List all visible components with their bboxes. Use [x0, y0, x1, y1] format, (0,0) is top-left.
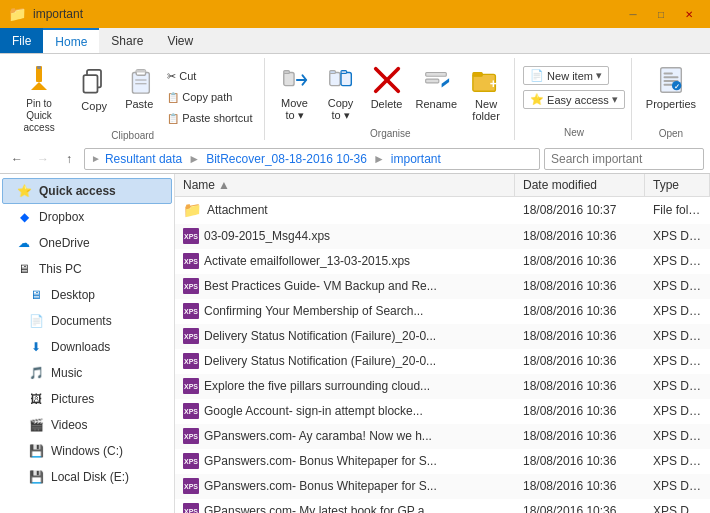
tab-home[interactable]: Home	[43, 28, 99, 53]
table-row[interactable]: 📁 Attachment 18/08/2016 10:37 File folde…	[175, 197, 710, 224]
sidebar-item-windows-c[interactable]: 💾 Windows (C:)	[2, 438, 172, 464]
copy-to-button[interactable]: Copyto ▾	[319, 60, 363, 126]
back-button[interactable]: ←	[6, 148, 28, 170]
cut-col: ✂ Cut 📋 Copy path 📋 Paste shortcut	[162, 60, 257, 128]
close-button[interactable]: ✕	[676, 5, 702, 23]
table-row[interactable]: XPS 03-09-2015_Msg44.xps 18/08/2016 10:3…	[175, 224, 710, 249]
ribbon-group-clipboard: Pin to Quickaccess Copy	[2, 58, 265, 140]
col-header-type[interactable]: Type	[645, 174, 710, 196]
new-item-label: New item	[547, 70, 593, 82]
file-name-cell: XPS Google Account- sign-in attempt bloc…	[175, 401, 515, 421]
sidebar-label-onedrive: OneDrive	[39, 236, 90, 250]
title-text: important	[33, 7, 83, 21]
move-icon	[279, 64, 311, 95]
address-path[interactable]: ► Resultant data ► BitRecover_08-18-2016…	[84, 148, 540, 170]
table-row[interactable]: XPS Activate emailfollower_13-03-2015.xp…	[175, 249, 710, 274]
ribbon-group-open: ✓ Properties Open	[634, 58, 708, 140]
sidebar-item-documents[interactable]: 📄 Documents	[2, 308, 172, 334]
new-item-button[interactable]: 📄 New item ▾	[523, 66, 609, 85]
path-segment-3[interactable]: important	[391, 152, 441, 166]
col-header-name[interactable]: Name ▲	[175, 174, 515, 196]
table-row[interactable]: XPS Delivery Status Notification (Failur…	[175, 349, 710, 374]
file-type-cell: XPS Document	[645, 277, 710, 295]
table-row[interactable]: XPS GPanswers.com- Bonus Whitepaper for …	[175, 449, 710, 474]
open-label: Open	[659, 126, 683, 139]
new-folder-button[interactable]: + Newfolder	[464, 60, 508, 126]
file-name: GPanswers.com- Bonus Whitepaper for S...	[204, 479, 437, 493]
table-row[interactable]: XPS Explore the five pillars surrounding…	[175, 374, 710, 399]
col-header-date[interactable]: Date modified	[515, 174, 645, 196]
window-controls: ─ □ ✕	[620, 5, 702, 23]
file-date-cell: 18/08/2016 10:36	[515, 477, 645, 495]
sidebar-item-this-pc[interactable]: 🖥 This PC	[2, 256, 172, 282]
pin-quick-access-button[interactable]: Pin to Quickaccess	[8, 60, 70, 126]
sidebar-label-desktop: Desktop	[51, 288, 95, 302]
file-date-cell: 18/08/2016 10:36	[515, 227, 645, 245]
copy-path-button[interactable]: 📋 Copy path	[162, 87, 257, 107]
table-row[interactable]: XPS Confirming Your Membership of Search…	[175, 299, 710, 324]
path-segment-2[interactable]: BitRecover_08-18-2016 10-36	[206, 152, 367, 166]
sidebar-item-desktop[interactable]: 🖥 Desktop	[2, 282, 172, 308]
svg-rect-10	[283, 72, 293, 85]
file-name: GPanswers.com- Ay caramba! Now we h...	[204, 429, 432, 443]
table-row[interactable]: XPS Google Account- sign-in attempt bloc…	[175, 399, 710, 424]
col-type-label: Type	[653, 178, 679, 192]
file-name-cell: 📁 Attachment	[175, 199, 515, 221]
copy-to-icon	[325, 64, 357, 95]
xps-icon: XPS	[183, 428, 199, 444]
new-folder-icon: +	[470, 64, 502, 96]
svg-rect-15	[341, 70, 347, 73]
sidebar-label-downloads: Downloads	[51, 340, 110, 354]
delete-button[interactable]: Delete	[365, 60, 409, 126]
sidebar-label-music: Music	[51, 366, 82, 380]
dropbox-icon: ◆	[15, 208, 33, 226]
forward-button[interactable]: →	[32, 148, 54, 170]
tab-file[interactable]: File	[0, 28, 43, 53]
table-row[interactable]: XPS GPanswers.com- Ay caramba! Now we h.…	[175, 424, 710, 449]
path-chevron-icon: ►	[91, 153, 101, 164]
up-button[interactable]: ↑	[58, 148, 80, 170]
cut-button[interactable]: ✂ Cut	[162, 66, 257, 86]
table-row[interactable]: XPS GPanswers.com- Bonus Whitepaper for …	[175, 474, 710, 499]
table-row[interactable]: XPS Delivery Status Notification (Failur…	[175, 324, 710, 349]
tab-view[interactable]: View	[155, 28, 205, 53]
move-to-button[interactable]: Moveto ▾	[273, 60, 317, 126]
sidebar-label-dropbox: Dropbox	[39, 210, 84, 224]
sidebar-item-downloads[interactable]: ⬇ Downloads	[2, 334, 172, 360]
sidebar-item-onedrive[interactable]: ☁ OneDrive	[2, 230, 172, 256]
file-type-cell: XPS Document	[645, 402, 710, 420]
table-row[interactable]: XPS Best Practices Guide- VM Backup and …	[175, 274, 710, 299]
paste-button[interactable]: Paste	[118, 60, 160, 126]
file-name: Delivery Status Notification (Failure)_2…	[204, 329, 436, 343]
sidebar-item-videos[interactable]: 🎬 Videos	[2, 412, 172, 438]
sidebar-item-quick-access[interactable]: ⭐ Quick access	[2, 178, 172, 204]
search-input[interactable]	[544, 148, 704, 170]
table-row[interactable]: XPS GPanswers.com- My latest book for GP…	[175, 499, 710, 513]
svg-rect-12	[329, 72, 339, 85]
sidebar-item-dropbox[interactable]: ◆ Dropbox	[2, 204, 172, 230]
file-type-cell: XPS Document	[645, 452, 710, 470]
new-item-dropdown-icon: ▾	[596, 69, 602, 82]
sidebar-item-local-disk-e[interactable]: 💾 Local Disk (E:)	[2, 464, 172, 490]
file-date-cell: 18/08/2016 10:36	[515, 502, 645, 513]
svg-rect-26	[663, 76, 678, 78]
file-name: GPanswers.com- My latest book for GP a..…	[204, 504, 435, 513]
new-group-buttons: 📄 New item ▾ ⭐ Easy access ▾	[523, 60, 625, 125]
copy-button[interactable]: Copy	[72, 62, 116, 128]
tab-share[interactable]: Share	[99, 28, 155, 53]
file-name: Explore the five pillars surrounding clo…	[204, 379, 430, 393]
properties-button[interactable]: ✓ Properties	[640, 60, 702, 126]
file-name: GPanswers.com- Bonus Whitepaper for S...	[204, 454, 437, 468]
easy-access-button[interactable]: ⭐ Easy access ▾	[523, 90, 625, 109]
sidebar-item-pictures[interactable]: 🖼 Pictures	[2, 386, 172, 412]
rename-button[interactable]: Rename	[411, 60, 463, 126]
minimize-button[interactable]: ─	[620, 5, 646, 23]
file-date-cell: 18/08/2016 10:36	[515, 352, 645, 370]
paste-shortcut-button[interactable]: 📋 Paste shortcut	[162, 108, 257, 128]
svg-rect-22	[473, 73, 482, 77]
copy-icon	[78, 66, 110, 98]
restore-button[interactable]: □	[648, 5, 674, 23]
sidebar-item-music[interactable]: 🎵 Music	[2, 360, 172, 386]
path-segment-1[interactable]: Resultant data	[105, 152, 182, 166]
file-name-cell: XPS Best Practices Guide- VM Backup and …	[175, 276, 515, 296]
